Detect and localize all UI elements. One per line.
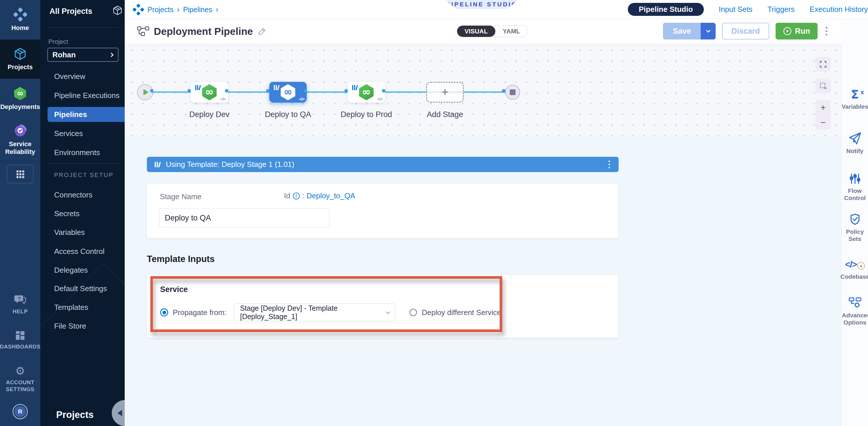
breadcrumb-projects[interactable]: Projects: [148, 5, 174, 14]
canvas-fullscreen-button[interactable]: [815, 57, 831, 72]
nav-module-home[interactable]: Home: [0, 0, 40, 39]
project-setup-heading: PROJECT SETUP: [54, 171, 114, 178]
toggle-visual[interactable]: VISUAL: [457, 26, 495, 37]
toolbar-notify[interactable]: Notify: [841, 132, 868, 154]
edge-connector-dot: [382, 89, 385, 92]
avatar-initial: R: [14, 406, 26, 417]
toolbar-policy-sets[interactable]: Policy Sets: [841, 213, 868, 243]
stage-node-deploy-dev[interactable]: ∞ </>: [191, 82, 228, 103]
propagate-service-select[interactable]: Stage [Deploy Dev] - Template [Deploy_St…: [234, 304, 395, 321]
template-inputs-card: Service Propagate from: Stage [Deploy De…: [147, 275, 619, 338]
nav-module-label: Deployments: [0, 103, 40, 111]
propagate-service-value: Stage [Deploy Dev] - Template [Deploy_St…: [234, 304, 387, 321]
discard-button[interactable]: Discard: [722, 23, 769, 39]
sidebar-item-access-control[interactable]: Access Control: [40, 244, 125, 259]
play-circle-icon: [783, 27, 792, 35]
header-tabs: Pipeline Studio Input Sets Triggers Exec…: [628, 3, 868, 16]
toolbar-variables[interactable]: Σx Variables: [841, 88, 868, 110]
sidebar-item-secrets[interactable]: Secrets: [40, 206, 125, 221]
breadcrumb-pipelines[interactable]: Pipelines: [183, 5, 212, 14]
titlebar: Deployment Pipeline VISUAL YAML Save Dis…: [125, 19, 841, 43]
zoom-out-button[interactable]: −: [815, 115, 831, 130]
canvas-select-button[interactable]: [815, 78, 831, 93]
save-options-button[interactable]: [701, 23, 716, 39]
using-template-text: Using Template: Deploy Stage 1 (1.01): [166, 160, 294, 169]
template-options-menu[interactable]: [607, 159, 612, 170]
fullscreen-icon: [819, 60, 827, 68]
toolbar-advanced-options[interactable]: Advanced Options: [841, 296, 868, 326]
more-options-menu[interactable]: [824, 25, 829, 37]
left-nav-rail: Home Projects ∞ Deployments Service Reli…: [0, 0, 40, 426]
sidebar-item-variables[interactable]: Variables: [40, 225, 125, 240]
cd-stage-icon: ∞: [358, 84, 374, 100]
module-picker-button[interactable]: [7, 165, 33, 183]
sidebar-item-services[interactable]: Services: [40, 126, 125, 141]
stage-name-input[interactable]: [159, 208, 330, 227]
user-avatar[interactable]: R: [13, 404, 28, 419]
using-template-banner[interactable]: Using Template: Deploy Stage 1 (1.01): [147, 157, 619, 172]
sidebar-footer-title: Projects: [56, 409, 94, 420]
save-split-button: Save: [663, 23, 716, 39]
nav-module-deployments[interactable]: ∞ Deployments: [0, 79, 40, 119]
marquee-select-icon: [819, 82, 827, 90]
stage-config-panel: Using Template: Deploy Stage 1 (1.01) St…: [125, 136, 841, 426]
pipeline-studio-badge: PIPELINE STUDIO: [446, 0, 518, 9]
chevron-right-icon: [109, 53, 114, 57]
sidebar-item-connectors[interactable]: Connectors: [40, 187, 125, 202]
template-inputs-heading: Template Inputs: [147, 254, 215, 264]
nav-module-service-reliability[interactable]: Service Reliability: [0, 119, 40, 161]
shield-check-icon: [849, 213, 861, 226]
tab-execution-history[interactable]: Execution History: [810, 5, 868, 14]
deploy-different-service-radio[interactable]: [409, 309, 417, 316]
deployments-cd-icon: ∞: [13, 87, 27, 100]
stage-id-value[interactable]: : Deploy_to_QA: [302, 191, 355, 200]
nav-dashboards[interactable]: DASHBOARDS: [0, 330, 40, 350]
add-stage-label: Add Stage: [413, 110, 476, 119]
project-selector[interactable]: Rohan: [48, 48, 118, 62]
id-label: Id: [284, 191, 290, 200]
header-actions: Save Discard Run: [663, 23, 829, 39]
pipeline-canvas[interactable]: ∞ </> ∞ </> ∞ </> + Deploy Dev Deploy to…: [125, 43, 841, 136]
all-projects-box-icon[interactable]: [112, 5, 123, 16]
toggle-yaml[interactable]: YAML: [495, 26, 528, 37]
advanced-options-icon: [848, 296, 862, 309]
svg-text:?: ?: [18, 296, 21, 301]
project-label: Project: [49, 38, 68, 46]
start-play-icon: [144, 89, 149, 95]
deploy-different-service-label: Deploy different Service: [422, 308, 501, 317]
nav-help[interactable]: ? HELP: [0, 294, 40, 315]
toolbar-flow-control[interactable]: Flow Control: [841, 173, 868, 201]
propagate-from-radio[interactable]: [160, 308, 168, 316]
warning-triangle-icon: ▲: [857, 262, 865, 269]
breadcrumb-separator: ›: [216, 5, 218, 14]
nav-module-label: Home: [11, 24, 29, 32]
zoom-in-button[interactable]: +: [815, 100, 831, 115]
nav-module-label: Service Reliability: [3, 140, 37, 155]
sidebar-item-pipelines[interactable]: Pipelines: [48, 107, 125, 122]
stage-label: Deploy Dev: [178, 110, 241, 119]
sigma-x-variables-icon: Σx: [851, 88, 859, 101]
stage-node-deploy-to-prod[interactable]: ∞ </>: [348, 82, 385, 103]
sidebar-item-pipeline-executions[interactable]: Pipeline Executions: [40, 88, 125, 103]
sidebar-item-overview[interactable]: Overview: [40, 69, 125, 84]
nav-account-settings[interactable]: ⚙ ACCOUNT SETTINGS: [0, 366, 40, 393]
run-button[interactable]: Run: [776, 23, 817, 39]
edit-pencil-icon[interactable]: [257, 27, 267, 36]
toolbar-codebase[interactable]: </> ▲ Codebase: [841, 258, 868, 280]
service-heading: Service: [160, 285, 188, 294]
save-button[interactable]: Save: [663, 23, 701, 39]
nav-module-projects[interactable]: Projects: [0, 39, 40, 79]
sidebar-item-environments[interactable]: Environments: [40, 145, 125, 160]
edge-connector-dot: [502, 89, 505, 92]
add-stage-button[interactable]: +: [426, 82, 464, 103]
edge-connector-dot: [187, 89, 191, 92]
sliders-icon: [849, 173, 861, 185]
stage-node-deploy-to-qa[interactable]: ∞ </>: [269, 82, 307, 103]
nav-module-label: Projects: [8, 63, 33, 71]
tab-triggers[interactable]: Triggers: [768, 5, 795, 14]
template-library-icon: [273, 85, 281, 90]
tab-input-sets[interactable]: Input Sets: [719, 5, 752, 14]
code-icon: </>: [220, 96, 226, 102]
tab-pipeline-studio[interactable]: Pipeline Studio: [628, 3, 704, 16]
nine-dot-grid-icon: [15, 169, 25, 179]
